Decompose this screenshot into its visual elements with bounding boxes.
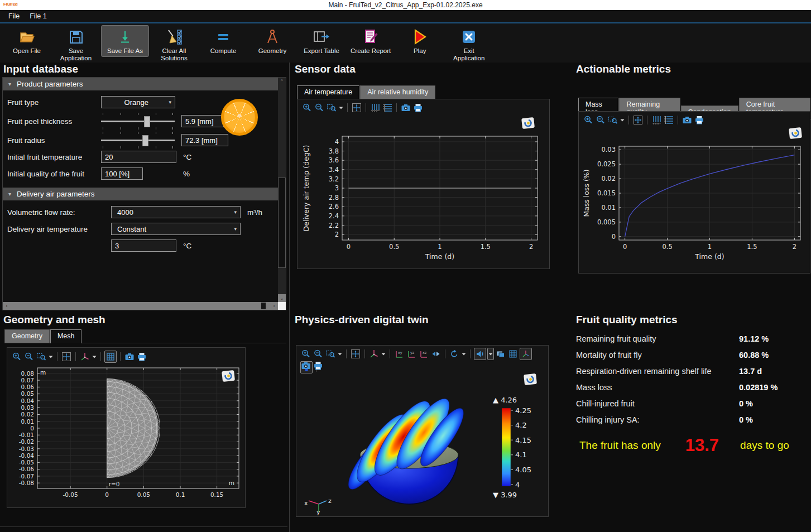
- svg-text:0.06: 0.06: [21, 384, 35, 390]
- tab-mesh[interactable]: Mesh: [50, 329, 82, 343]
- save-file-as-button[interactable]: Save File As: [102, 26, 148, 56]
- zoom-in-icon[interactable]: [583, 114, 594, 126]
- vertical-scrollbar[interactable]: ⌃ ⌄: [278, 78, 286, 302]
- camera-icon[interactable]: [300, 360, 311, 371]
- section-delivery-air-parameters[interactable]: ▾ Delivery air parameters: [3, 188, 278, 200]
- geometry-button[interactable]: Geometry: [249, 26, 296, 56]
- print-icon[interactable]: [136, 351, 147, 362]
- mirror-icon[interactable]: [430, 348, 442, 360]
- delivery-air-temperature-dropdown[interactable]: Constant ▾: [111, 223, 241, 235]
- layers-icon[interactable]: [495, 348, 506, 360]
- axes-3d-icon[interactable]: [368, 348, 380, 360]
- fruit-radius-slider[interactable]: [101, 132, 175, 148]
- toolbar-separator: [100, 352, 101, 361]
- svg-text:m: m: [229, 480, 234, 486]
- rotate-icon[interactable]: [449, 348, 460, 360]
- open-file-button[interactable]: Open File: [3, 26, 50, 56]
- y-grid-icon[interactable]: [382, 102, 393, 113]
- print-icon[interactable]: [313, 360, 324, 371]
- axes-3d-icon[interactable]: [79, 351, 90, 362]
- fit-icon[interactable]: [350, 348, 361, 360]
- create-report-button[interactable]: Create Report: [347, 26, 394, 56]
- camera-icon[interactable]: [682, 114, 693, 126]
- zoom-in-icon[interactable]: [11, 351, 22, 362]
- speaker-icon[interactable]: [474, 348, 486, 360]
- play-button[interactable]: Play: [396, 26, 443, 56]
- horizontal-scrollbar[interactable]: ‹ ›: [3, 302, 278, 310]
- view-xy-icon[interactable]: xy: [393, 348, 405, 360]
- zoom-box-icon[interactable]: [325, 348, 336, 360]
- clear-all-solutions-button[interactable]: Clear All Solutions: [151, 26, 198, 64]
- zoom-out-icon[interactable]: [313, 348, 324, 360]
- caret-icon[interactable]: [381, 348, 386, 360]
- camera-icon[interactable]: [400, 102, 411, 113]
- svg-text:z: z: [328, 497, 332, 505]
- svg-text:0.03: 0.03: [21, 404, 34, 411]
- save-application-button[interactable]: Save Application: [52, 26, 99, 64]
- caret-icon[interactable]: [620, 114, 625, 126]
- alert-suffix: days to go: [740, 439, 789, 452]
- scroll-left-icon[interactable]: ‹: [3, 302, 11, 310]
- svg-text:-0.02: -0.02: [19, 438, 34, 445]
- zoom-out-icon[interactable]: [314, 102, 325, 113]
- section-product-parameters[interactable]: ▾ Product parameters: [3, 78, 278, 90]
- zoom-in-icon[interactable]: [301, 102, 313, 113]
- fit-icon[interactable]: [632, 114, 644, 126]
- sensor-plot-toolbar: [301, 102, 424, 114]
- tab-air-relative-humidity[interactable]: Air relative humidity: [360, 85, 435, 99]
- y-grid-icon[interactable]: [663, 114, 674, 126]
- grid-toggle-icon[interactable]: [104, 351, 117, 363]
- export-table-button[interactable]: Export Table: [298, 26, 345, 56]
- print-icon[interactable]: [694, 114, 705, 126]
- menu-file[interactable]: File: [3, 11, 25, 21]
- triad-icon[interactable]: [520, 348, 532, 360]
- delivery-air-temperature-value-input[interactable]: [111, 239, 176, 252]
- svg-text:4: 4: [515, 481, 520, 489]
- axis-triad-icon: x y z: [304, 497, 332, 515]
- x-grid-icon[interactable]: [369, 102, 381, 113]
- svg-text:-0.05: -0.05: [19, 459, 34, 466]
- initial-quality-input[interactable]: [101, 167, 143, 180]
- initial-fruit-temperature-unit: °C: [183, 153, 191, 161]
- caret-icon[interactable]: [461, 348, 467, 360]
- camera-icon[interactable]: [124, 351, 135, 362]
- menu-file-1[interactable]: File 1: [25, 11, 52, 21]
- zoom-out-icon[interactable]: [23, 351, 35, 362]
- view-yz-icon[interactable]: yz: [406, 348, 417, 360]
- caret-icon[interactable]: [338, 102, 344, 113]
- zoom-out-icon[interactable]: [595, 114, 606, 126]
- grid3d-icon[interactable]: [507, 348, 519, 360]
- window-titlebar: FruiTed Main - FruiTed_v2_Citrus_App_Exp…: [0, 0, 811, 10]
- initial-fruit-temperature-input[interactable]: [101, 151, 176, 163]
- tab-air-temperature[interactable]: Air temperature: [297, 85, 359, 99]
- view-xz-icon[interactable]: xz: [418, 348, 429, 360]
- zoom-box-icon[interactable]: [36, 351, 47, 362]
- caret-icon[interactable]: [487, 348, 494, 360]
- caret-icon[interactable]: [48, 351, 54, 362]
- caret-icon[interactable]: [92, 351, 97, 362]
- fit-icon[interactable]: [351, 102, 362, 113]
- svg-text:Time (d): Time (d): [694, 252, 724, 261]
- fit-icon[interactable]: [61, 351, 72, 362]
- horizontal-scroll-thumb[interactable]: [261, 303, 266, 309]
- digital-twin-3d-view: ▲ 4.26 4.254.24.154.14.054 ▼ 3.99 x y z: [297, 371, 548, 515]
- volumetric-flow-rate-dropdown[interactable]: 4000 ▾: [111, 206, 241, 218]
- fruit-radius-value[interactable]: [181, 134, 228, 146]
- zoom-box-icon[interactable]: [326, 102, 337, 113]
- fruit-peel-thickness-slider[interactable]: [101, 113, 175, 130]
- fruit-peel-thickness-value[interactable]: [181, 115, 224, 127]
- vertical-scroll-thumb[interactable]: [279, 178, 285, 267]
- print-icon[interactable]: [412, 102, 424, 113]
- x-grid-icon[interactable]: [651, 114, 662, 126]
- zoom-in-icon[interactable]: [300, 348, 311, 360]
- compute-button[interactable]: Compute: [200, 26, 247, 56]
- scroll-down-icon[interactable]: ⌄: [278, 294, 286, 302]
- caret-icon[interactable]: [337, 348, 343, 360]
- scroll-up-icon[interactable]: ⌃: [278, 78, 286, 85]
- tab-geometry[interactable]: Geometry: [4, 329, 50, 343]
- zoom-box-icon[interactable]: [607, 114, 618, 126]
- scroll-right-icon[interactable]: ›: [270, 302, 278, 310]
- fruit-type-dropdown[interactable]: Orange ▾: [101, 96, 175, 108]
- exit-application-button[interactable]: Exit Application: [445, 26, 492, 64]
- chevron-down-icon: ▾: [234, 209, 237, 215]
